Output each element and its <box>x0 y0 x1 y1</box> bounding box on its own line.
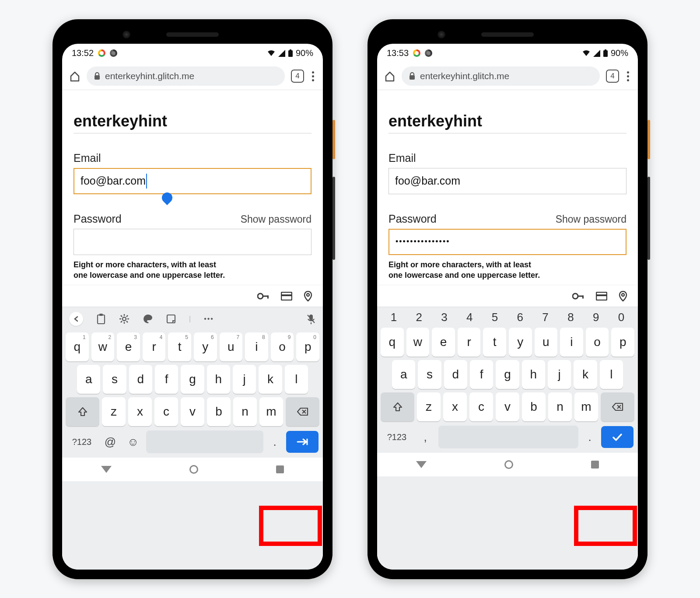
key-h[interactable]: h <box>522 360 545 389</box>
key-f[interactable]: f <box>470 360 493 389</box>
key-m[interactable]: m <box>574 392 598 421</box>
key-q[interactable]: q1 <box>66 332 89 361</box>
nav-home-icon[interactable] <box>189 465 198 474</box>
nav-home-icon[interactable] <box>504 460 513 469</box>
key-r[interactable]: r <box>458 328 481 357</box>
key-i[interactable]: i <box>560 328 583 357</box>
enter-key-next[interactable] <box>286 431 318 453</box>
location-icon[interactable] <box>304 291 312 301</box>
numkey-3[interactable]: 3 <box>434 311 455 324</box>
key-e[interactable]: e <box>432 328 455 357</box>
key-v[interactable]: v <box>496 392 519 421</box>
key-k[interactable]: k <box>259 365 282 394</box>
key-x[interactable]: x <box>128 397 152 426</box>
backspace-key[interactable] <box>601 392 634 421</box>
numkey-7[interactable]: 7 <box>535 311 556 324</box>
key-b[interactable]: b <box>207 397 231 426</box>
nav-recent-icon[interactable] <box>276 465 284 473</box>
card-icon[interactable] <box>281 292 292 301</box>
key-b[interactable]: b <box>522 392 546 421</box>
key-s[interactable]: s <box>103 365 126 394</box>
key-d[interactable]: d <box>129 365 152 394</box>
password-input[interactable]: ••••••••••••••• <box>388 229 626 255</box>
key-p[interactable]: p <box>611 328 634 357</box>
key-o[interactable]: o <box>586 328 609 357</box>
comma-key[interactable]: , <box>416 430 435 444</box>
space-key[interactable] <box>146 430 263 453</box>
gear-icon[interactable] <box>119 314 130 324</box>
overflow-menu-icon[interactable] <box>625 71 631 81</box>
volume-button[interactable] <box>648 177 650 260</box>
key-d[interactable]: d <box>444 360 467 389</box>
period-key[interactable]: . <box>582 430 598 444</box>
clipboard-icon[interactable] <box>96 314 106 324</box>
key-t[interactable]: t <box>483 328 506 357</box>
at-key[interactable]: @ <box>101 435 120 449</box>
symbols-key[interactable]: ?123 <box>66 437 97 447</box>
volume-button[interactable] <box>332 177 335 260</box>
key-y[interactable]: y6 <box>194 332 217 361</box>
mic-off-icon[interactable] <box>306 314 316 324</box>
key-j[interactable]: j <box>548 360 571 389</box>
period-key[interactable]: . <box>267 435 283 449</box>
key-z[interactable]: z <box>102 397 126 426</box>
key-k[interactable]: k <box>574 360 597 389</box>
backspace-key[interactable] <box>286 397 319 426</box>
key-a[interactable]: a <box>392 360 415 389</box>
key-o[interactable]: o9 <box>271 332 294 361</box>
key-i[interactable]: i8 <box>245 332 268 361</box>
key-c[interactable]: c <box>154 397 178 426</box>
email-input[interactable]: foo@bar.com <box>388 168 626 194</box>
power-button[interactable] <box>648 120 650 159</box>
key-y[interactable]: y <box>509 328 532 357</box>
kbd-back-icon[interactable] <box>69 312 83 326</box>
space-key[interactable] <box>438 426 578 448</box>
key-v[interactable]: v <box>181 397 204 426</box>
key-w[interactable]: w2 <box>91 332 115 361</box>
numkey-4[interactable]: 4 <box>459 311 480 324</box>
key-n[interactable]: n <box>548 392 572 421</box>
home-icon[interactable] <box>69 70 80 82</box>
show-password-toggle[interactable]: Show password <box>241 213 312 225</box>
key-z[interactable]: z <box>417 392 441 421</box>
key-a[interactable]: a <box>77 365 100 394</box>
emoji-key[interactable]: ☺ <box>123 435 143 449</box>
key-x[interactable]: x <box>443 392 467 421</box>
key-f[interactable]: f <box>155 365 178 394</box>
key-s[interactable]: s <box>418 360 441 389</box>
key-l[interactable]: l <box>285 365 308 394</box>
url-bar[interactable]: enterkeyhint.glitch.me <box>87 66 285 86</box>
key-l[interactable]: l <box>600 360 623 389</box>
shift-key[interactable] <box>66 397 99 426</box>
more-icon[interactable]: ••• <box>204 315 214 323</box>
email-input[interactable]: foo@bar.com <box>74 168 312 194</box>
numkey-0[interactable]: 0 <box>611 311 632 324</box>
home-icon[interactable] <box>384 70 396 82</box>
key-g[interactable]: g <box>496 360 519 389</box>
card-icon[interactable] <box>596 292 607 301</box>
key-p[interactable]: p0 <box>296 332 319 361</box>
numkey-8[interactable]: 8 <box>560 311 581 324</box>
key-r[interactable]: r4 <box>143 332 166 361</box>
key-icon[interactable] <box>572 292 584 300</box>
key-g[interactable]: g <box>181 365 204 394</box>
key-u[interactable]: u7 <box>220 332 243 361</box>
location-icon[interactable] <box>619 291 627 301</box>
shift-key[interactable] <box>381 392 414 421</box>
key-h[interactable]: h <box>207 365 230 394</box>
numkey-9[interactable]: 9 <box>585 311 606 324</box>
enter-key-done[interactable] <box>601 426 634 448</box>
password-input[interactable] <box>74 229 312 255</box>
key-t[interactable]: t5 <box>168 332 191 361</box>
key-j[interactable]: j <box>233 365 256 394</box>
tab-count[interactable]: 4 <box>606 70 619 83</box>
numkey-2[interactable]: 2 <box>409 311 430 324</box>
numkey-1[interactable]: 1 <box>383 311 404 324</box>
key-q[interactable]: q <box>381 328 404 357</box>
caret-handle[interactable] <box>160 190 175 205</box>
key-w[interactable]: w <box>406 328 430 357</box>
numkey-5[interactable]: 5 <box>484 311 505 324</box>
sticker-icon[interactable] <box>166 314 176 324</box>
key-icon[interactable] <box>257 292 270 300</box>
show-password-toggle[interactable]: Show password <box>556 213 626 225</box>
